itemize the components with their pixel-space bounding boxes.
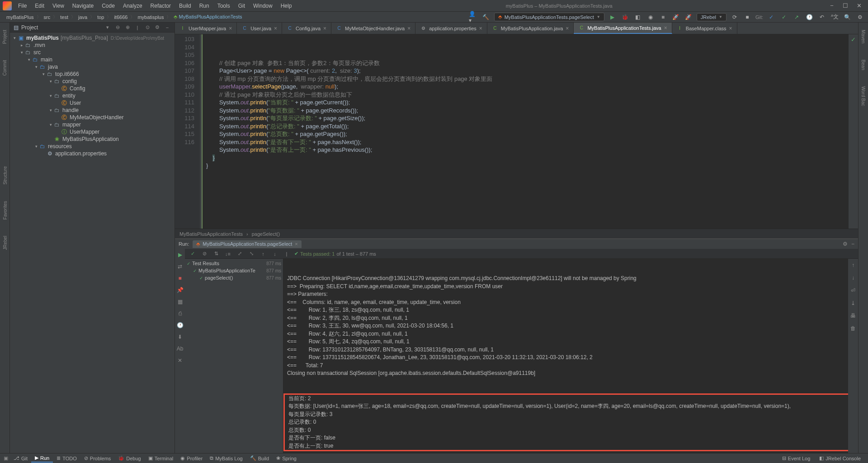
editor-tab-usermapper-java[interactable]: IUserMapper.java× (175, 23, 237, 34)
git-rollback-icon[interactable]: ↶ (817, 13, 826, 22)
bottom-tab-terminal[interactable]: ▣Terminal (145, 454, 177, 463)
menu-file[interactable]: File (14, 1, 30, 11)
expand-arrow[interactable]: ▸ (19, 43, 24, 47)
expand-arrow[interactable]: ▾ (12, 36, 17, 40)
expand-arrow[interactable]: ▾ (48, 79, 53, 84)
stripe-bean[interactable]: Bean (860, 56, 867, 74)
breadcrumb-item[interactable]: test (57, 14, 71, 21)
breadcrumb-item[interactable]: java (75, 14, 90, 21)
prev-icon[interactable]: ↑ (259, 250, 267, 258)
trash-icon[interactable]: 🗑 (849, 325, 857, 333)
stop-icon[interactable]: ■ (176, 274, 184, 282)
gear-icon[interactable]: ⚙ (843, 241, 848, 247)
stripe-word-bac[interactable]: Word Bac (860, 83, 867, 110)
collapse-all-icon[interactable]: ⤡ (247, 250, 255, 258)
close-icon[interactable]: × (407, 25, 410, 32)
stripe-project[interactable]: Project (1, 26, 8, 47)
target-icon[interactable]: ⊙ (144, 24, 151, 31)
crumb-method[interactable]: pageSelect() (252, 231, 280, 237)
bottom-tab-profiler[interactable]: ◉Profiler (177, 454, 206, 463)
breadcrumb-item[interactable]: top (94, 14, 107, 21)
user-icon[interactable]: 👤▾ (469, 13, 478, 22)
git-commit-icon[interactable]: ✓ (779, 13, 788, 22)
editor-tab-mymetaobjecthandler-java[interactable]: CMyMetaObjectHandler.java× (331, 23, 415, 34)
tree-node-main[interactable]: ▾🗀main (10, 56, 175, 63)
project-tree[interactable]: ▾ ▣ myBatisPlus [myBatisPlus_Proa] D:\De… (10, 33, 175, 453)
print-icon[interactable]: 🖶 (849, 312, 857, 320)
bottom-tab-build[interactable]: 🔨Build (246, 454, 273, 463)
bottom-tab-git[interactable]: ⎇Git (10, 454, 31, 463)
ab-icon[interactable]: Ab (176, 345, 184, 353)
code-line[interactable]: // 创建 page 对象 参数1：当前页，参数2：每页显示的记录数 (200, 59, 848, 67)
bottom-tab-problems[interactable]: ⊘Problems (80, 454, 114, 463)
tree-node-handle[interactable]: ▾🗀handle (10, 107, 175, 114)
event-log-tab[interactable]: ⊟ Event Log (778, 454, 814, 462)
breadcrumb-item[interactable]: myBatisPlus (4, 14, 37, 21)
export-icon[interactable]: ⎙ (176, 309, 184, 318)
tree-node-config[interactable]: ⒸConfig (10, 85, 175, 92)
git-history-icon[interactable]: 🕐 (805, 13, 814, 22)
tree-node-usermapper[interactable]: ⒾUserMapper (10, 128, 175, 136)
menu-view[interactable]: View (49, 1, 68, 11)
code-line[interactable]: // 通过 page 对象获取分页之后的一些数据信息如下 (200, 91, 848, 99)
close-icon[interactable]: × (664, 25, 667, 31)
crumb-class[interactable]: MyBatisPlusApplicationTests (179, 231, 243, 237)
expand-arrow[interactable]: ▾ (48, 122, 53, 127)
tree-node-mybatisplusapplication[interactable]: ❀MyBatisPlusApplication (10, 136, 175, 143)
tree-node-java[interactable]: ▾🗀java (10, 63, 175, 70)
rocket-debug-icon[interactable]: 🚀 (684, 13, 693, 22)
maximize-button[interactable]: ☐ (843, 2, 848, 9)
close-icon[interactable]: × (479, 25, 482, 32)
bottom-tab-run[interactable]: ▶Run (31, 454, 53, 463)
tree-node-config[interactable]: ▾🗀config (10, 78, 175, 85)
stripe-commit[interactable]: Commit (1, 56, 8, 79)
run-config-selector[interactable]: ⬘ MyBatisPlusApplicationTests.pageSelect… (494, 13, 604, 21)
collapse-icon[interactable]: ⊖ (114, 24, 121, 31)
code-line[interactable]: System.out.println("每页数据: " + page.getRe… (200, 107, 848, 115)
code-line[interactable]: System.out.println("是否有下一页: " + page.has… (200, 138, 848, 146)
tree-node--mvn[interactable]: ▸🗀.mvn (10, 42, 175, 49)
code-line[interactable]: System.out.println("是否有上一页: " + page.has… (200, 146, 848, 154)
editor-tab-mybatisplusapplication-java[interactable]: CMyBatisPlusApplication.java× (487, 23, 574, 34)
close-icon[interactable]: × (323, 25, 326, 32)
close-icon[interactable]: × (729, 25, 732, 32)
code-line[interactable]: System.out.println("总记录数: " + page.getTo… (200, 122, 848, 131)
expand-all-icon[interactable]: ⤢ (236, 250, 244, 258)
code-line[interactable]: 💡} (200, 154, 848, 162)
tree-node-top-it6666[interactable]: ▾🗀top.it6666 (10, 70, 175, 78)
close-button[interactable]: ✕ (856, 2, 862, 9)
coverage-icon[interactable]: ◧ (633, 13, 642, 22)
bottom-tab-mybatis-log[interactable]: ⧉MyBatis Log (206, 454, 246, 463)
jr-stop-icon[interactable]: ■ (743, 13, 752, 22)
menu-git[interactable]: Git (235, 1, 249, 11)
code-line[interactable]: System.out.println("当前页: " + page.getCur… (200, 98, 848, 107)
breadcrumb-item[interactable]: ⬘ MyBatisPlusApplicationTests (171, 13, 245, 21)
run-icon[interactable]: ▶ (608, 13, 617, 22)
stripe-jrebel[interactable]: JRebel (2, 232, 9, 253)
expand-arrow[interactable]: ▾ (48, 108, 53, 112)
minimize-button[interactable]: − (829, 2, 835, 9)
menu-window[interactable]: Window (250, 1, 276, 11)
code-line[interactable]: // 调用 mp 分页查询的方法，调用 mp 分页查询过程中，底层会把分页查询到… (200, 75, 848, 83)
breadcrumb-item[interactable]: src (41, 14, 53, 21)
debug-icon[interactable]: 🐞 (621, 13, 630, 22)
tree-node-mymetaobjecthandler[interactable]: ⒸMyMetaObjectHandler (10, 114, 175, 121)
stripe-favorites[interactable]: Favorites (2, 197, 9, 223)
history-icon[interactable]: 🕐 (176, 321, 184, 329)
expand-arrow[interactable]: ▾ (26, 57, 32, 62)
run-tab[interactable]: ⬘ MyBatisPlusApplicationTests.pageSelect… (193, 240, 302, 248)
close-icon[interactable]: × (274, 25, 277, 32)
editor-tab-config-java[interactable]: CConfig.java× (282, 23, 331, 34)
breadcrumb-item[interactable]: mybatisplus (135, 14, 166, 21)
jrebel-console-tab[interactable]: ◧ JRebel Console (816, 454, 864, 462)
expand-arrow[interactable]: ▾ (19, 50, 24, 55)
close-icon[interactable]: × (295, 241, 297, 247)
import-icon[interactable]: ⬇ (176, 333, 184, 341)
test-item[interactable]: ✓pageSelect()877 ms (185, 274, 283, 281)
close-icon[interactable]: ✕ (176, 356, 184, 365)
test-item[interactable]: ✓MyBatisPlusApplicationTe877 ms (185, 267, 283, 274)
stop-icon[interactable]: ■ (659, 13, 668, 22)
code-line[interactable]: System.out.println("每页显示记录数: " + page.ge… (200, 114, 848, 122)
editor-tab-basemapper-class[interactable]: IBaseMapper.class× (672, 23, 737, 34)
menu-run[interactable]: Run (196, 1, 213, 11)
